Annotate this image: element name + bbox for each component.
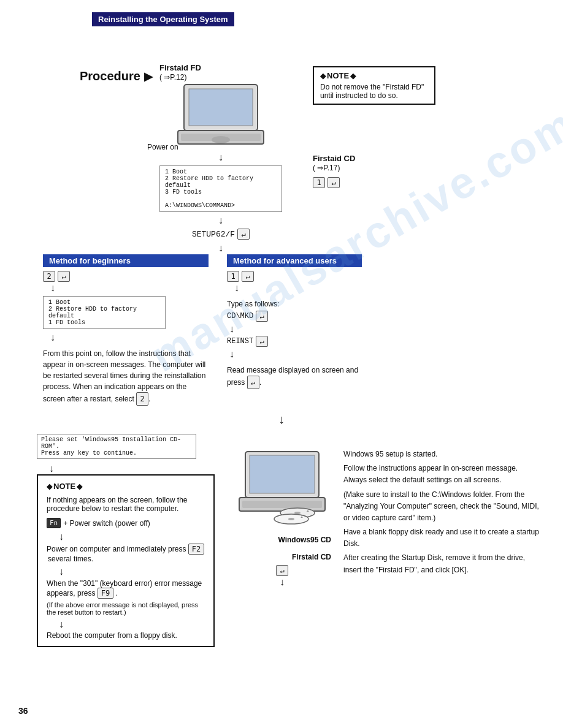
laptop-cd-illustration: 2 1 xyxy=(236,449,328,534)
cmd-reinst: REINST xyxy=(227,337,253,346)
enter-read: ↵ xyxy=(247,376,259,389)
setup-command-row: SETUP62/F ↵ xyxy=(192,229,250,240)
flow-arrow-3: ↓ xyxy=(218,242,223,254)
term1-line1: 1 Boot xyxy=(165,169,187,175)
flow-arrow-beginners-2: ↓ xyxy=(50,332,209,343)
svg-rect-6 xyxy=(250,455,315,493)
page-number: 36 xyxy=(18,706,28,716)
note-diamond-right: ◆ xyxy=(350,72,356,80)
note-step3-dot: . xyxy=(116,589,118,597)
firstaid-fd-ref: ( ⇒P.12) xyxy=(159,73,186,82)
note-step3-row: When the "301" (keyboard error) error me… xyxy=(47,579,205,599)
enter-key-bottom: ↵ xyxy=(276,565,288,576)
advanced-read-text: Read message displayed on screen and pre… xyxy=(227,365,362,389)
f2-key: F2 xyxy=(188,544,204,555)
firstaid-cd-label-top: Firstaid CD xyxy=(313,154,355,163)
flow-arrow-advanced: ↓ xyxy=(234,282,362,294)
svg-rect-1 xyxy=(189,89,253,126)
terminal-bottom-line2: Press any key to continue. xyxy=(41,450,137,457)
term1-line2: 2 Restore HDD to factory default xyxy=(165,175,253,189)
instruction-2: (Make sure to install to the C:\Windows … xyxy=(343,489,540,525)
term2-line1: 1 Boot xyxy=(48,299,71,306)
enter-advanced: ↵ xyxy=(242,271,254,282)
enter-beginners: ↵ xyxy=(58,271,70,282)
note-box-top: ◆ NOTE ◆ Do not remove the "Firstaid FD"… xyxy=(313,66,435,105)
procedure-heading: Procedure ▶ xyxy=(80,69,141,83)
cmd-reinst-enter: ↵ xyxy=(256,336,268,347)
key-2-inline: 2 xyxy=(136,392,148,406)
instruction-1: Follow the instructions appear in on-scr… xyxy=(343,463,540,486)
svg-text:1: 1 xyxy=(301,514,303,518)
instruction-4: After creating the Startup Disk, remove … xyxy=(343,552,540,575)
page-title: Reinstalling the Operating System xyxy=(92,12,234,26)
note-arrow-3: ↓ xyxy=(59,618,205,630)
term1-line5: A:\WINDOWS\COMMAND> xyxy=(165,202,235,209)
svg-rect-8 xyxy=(242,501,322,508)
svg-point-12 xyxy=(288,518,294,520)
fn-key: Fn xyxy=(47,518,61,528)
svg-point-10 xyxy=(294,512,301,514)
method-advanced-section: Method for advanced users 1 ↵ ↓ Type as … xyxy=(227,254,362,406)
note-arrow-1: ↓ xyxy=(59,531,205,542)
svg-point-4 xyxy=(212,136,230,143)
key-1-advanced: 1 xyxy=(227,271,239,282)
note-step2-prefix: Power on computer and immediately press xyxy=(47,545,186,553)
note-bottom-title-text: NOTE xyxy=(53,482,75,491)
term1-line3: 3 FD tools xyxy=(165,189,202,195)
note-box-bottom: ◆ NOTE ◆ If nothing appears on the scree… xyxy=(37,474,215,647)
cmd-cdmkd-enter: ↵ xyxy=(256,311,268,322)
note-arrow-2: ↓ xyxy=(59,566,205,577)
instruction-3: Have a blank floppy disk ready and use i… xyxy=(343,526,540,550)
flow-arrow-advanced-2: ↓ xyxy=(229,323,362,335)
key-2-beginners: 2 xyxy=(43,271,55,282)
windows95-cd-label: Windows95 CD xyxy=(278,536,331,544)
note-step3-prefix: When the "301" (keyboard error) error me… xyxy=(47,579,202,597)
note-step2-suffix: several times. xyxy=(48,555,93,563)
firstaid-fd-label: Firstaid FD xyxy=(159,63,201,72)
enter-key-top: ↵ xyxy=(327,177,340,188)
firstaid-cd-ref-top: ( ⇒P.17) xyxy=(313,164,340,172)
note-diamond-left: ◆ xyxy=(320,72,326,80)
firstaid-cd-label-bottom: Firstaid CD xyxy=(292,553,331,561)
power-on-label: Power on xyxy=(147,143,178,151)
cmd-cdmkd: CD\MKD xyxy=(227,312,253,320)
flow-arrow-2: ↓ xyxy=(218,214,223,226)
flow-arrow-1: ↓ xyxy=(218,151,223,163)
setup-cmd-text: SETUP62/F xyxy=(192,230,235,239)
svg-text:2: 2 xyxy=(307,508,309,512)
note-step1-row: Fn + Power switch (power off) xyxy=(47,518,205,528)
procedure-label: Procedure xyxy=(80,69,140,83)
method-advanced-label: Method for advanced users xyxy=(227,254,362,267)
note-bottom-intro: If nothing appears on the screen, follow… xyxy=(47,496,205,513)
terminal-bottom-screen: Please set 'Windows95 Installation CD-RO… xyxy=(37,434,196,459)
note-step2-row: Power on computer and immediately press … xyxy=(47,544,205,563)
terminal-screen-2: 1 Boot 2 Restore HDD to factory default … xyxy=(43,296,166,329)
note-step1-text: + Power switch (power off) xyxy=(63,519,150,528)
beginners-steps-text: From this point on, follow the instructi… xyxy=(43,348,209,406)
flow-arrow-advanced-3: ↓ xyxy=(229,348,362,360)
note-bottom-diamond-r: ◆ xyxy=(77,482,82,491)
flow-arrow-bottom: ↓ xyxy=(49,463,221,474)
advanced-type-label: Type as follows: xyxy=(227,298,362,309)
flow-arrow-center: ↓ xyxy=(18,412,545,427)
note-step5: Reboot the computer from a floppy disk. xyxy=(47,631,205,640)
note-top-title: NOTE xyxy=(327,71,349,80)
cmd-reinst-row: REINST ↵ xyxy=(227,336,362,347)
term2-line2: 2 Restore HDD to factory default xyxy=(48,306,137,319)
note-step4: (If the above error message is not displ… xyxy=(47,601,205,616)
instructions-panel: Windows 95 setup is started. Follow the … xyxy=(343,430,540,578)
method-beginners-section: Method for beginners 2 ↵ ↓ 1 Boot 2 Rest… xyxy=(43,254,209,406)
laptop-illustration xyxy=(172,82,270,149)
term2-line3: 1 FD tools xyxy=(48,319,85,326)
flow-arrow-cd: ↓ xyxy=(280,576,285,588)
cmd-cdmkd-row: CD\MKD ↵ xyxy=(227,311,362,322)
method-beginners-label: Method for beginners xyxy=(43,254,209,267)
note-bottom-diamond-l: ◆ xyxy=(47,482,52,491)
terminal-bottom-line1: Please set 'Windows95 Installation CD-RO… xyxy=(41,436,181,450)
terminal-screen-1: 1 Boot 2 Restore HDD to factory default … xyxy=(159,165,282,212)
note-top-text: Do not remove the "Firstaid FD" until in… xyxy=(320,83,428,100)
key-1-top: 1 xyxy=(313,177,325,188)
windows95-setup-text: Windows 95 setup is started. xyxy=(343,449,540,460)
enter-key-setup: ↵ xyxy=(237,229,250,240)
f9-key: F9 xyxy=(98,588,113,599)
